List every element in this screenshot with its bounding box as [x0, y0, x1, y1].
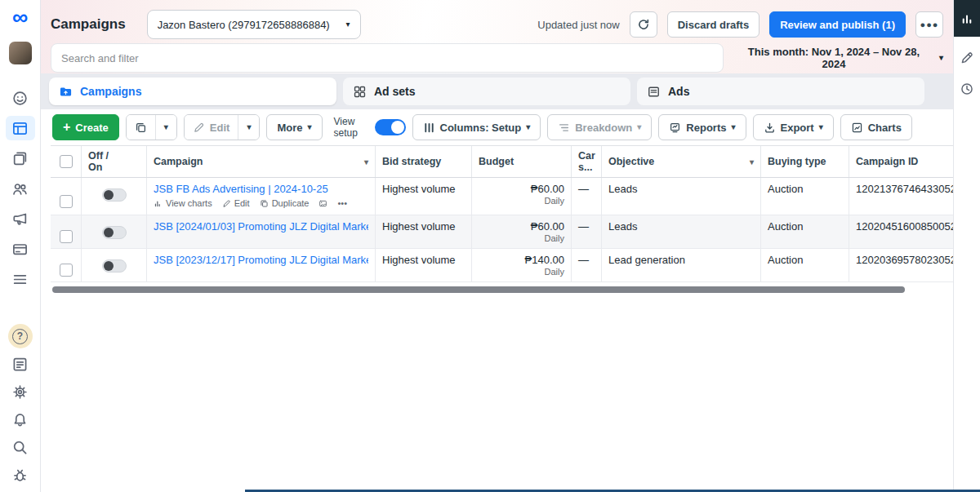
edit-button[interactable]: Edit — [185, 115, 238, 140]
meta-logo-icon[interactable]: ∞ — [12, 7, 28, 29]
audiences-icon[interactable] — [6, 176, 35, 201]
edit-label: Edit — [210, 122, 230, 134]
table-row: JSB [2023/12/17] Promoting JLZ Digital M… — [51, 249, 953, 282]
bug-report-icon[interactable] — [6, 463, 35, 487]
budget-cell: ₱60.00 Daily — [472, 215, 572, 248]
campaign-name-link[interactable]: JSB [2023/12/17] Promoting JLZ Digital M… — [154, 254, 368, 266]
campaigns-nav-icon[interactable] — [6, 116, 35, 140]
left-nav: ∞ ? — [0, 0, 41, 492]
reports-icon — [669, 122, 681, 134]
charts-button[interactable]: Charts — [840, 114, 912, 140]
objective-cell: Lead generation — [602, 249, 761, 281]
row-checkbox[interactable] — [60, 195, 73, 208]
help-icon[interactable]: ? — [6, 324, 35, 348]
discard-drafts-button[interactable]: Discard drafts — [667, 11, 760, 38]
tab-label: Ads — [668, 85, 689, 98]
columns-button[interactable]: Columns: Setup ▾ — [412, 114, 541, 140]
account-selector[interactable]: Jazon Bastero (2979172658886884) ▾ — [147, 10, 361, 39]
chevron-down-icon: ▾ — [750, 157, 754, 166]
col-header-objective[interactable]: Objective▾ — [602, 146, 761, 177]
profile-avatar[interactable] — [9, 42, 32, 64]
buying-type-cell: Auction — [761, 215, 849, 248]
insights-panel-icon[interactable] — [954, 0, 980, 37]
account-overview-icon[interactable] — [6, 86, 35, 110]
copy-icon — [260, 199, 269, 208]
create-button[interactable]: + Create — [52, 114, 119, 140]
date-range-selector[interactable]: This month: Nov 1, 2024 – Nov 28, 2024 ▾ — [735, 46, 943, 70]
more-button[interactable]: More ▾ — [266, 114, 322, 140]
bid-strategy-cell: Highest volume — [376, 249, 472, 281]
breakdown-button[interactable]: Breakdown ▾ — [547, 114, 652, 140]
budget-cell: ₱60.00 Daily — [472, 178, 572, 215]
advertise-icon[interactable] — [6, 206, 35, 231]
tab-ad-sets[interactable]: Ad sets — [343, 78, 630, 105]
budget-cell: ₱140.00 Daily — [472, 249, 572, 281]
page-title: Campaigns — [51, 16, 126, 33]
columns-label: Columns: Setup — [440, 122, 522, 134]
updated-status: Updated just now — [537, 19, 619, 31]
search-nav-icon[interactable] — [6, 435, 35, 459]
row-more-actions[interactable]: ••• — [337, 198, 347, 208]
notifications-icon[interactable] — [6, 407, 35, 432]
tab-label: Ad sets — [374, 85, 416, 98]
more-label: More — [277, 122, 302, 134]
tab-ads[interactable]: Ads — [637, 78, 924, 105]
all-tools-icon[interactable] — [6, 267, 35, 291]
duplicate-dropdown[interactable]: ▾ — [155, 115, 176, 140]
settings-icon[interactable] — [6, 379, 35, 404]
billing-icon[interactable] — [6, 237, 35, 261]
col-header-off-on: Off / On — [82, 146, 147, 177]
reports-label: Reports — [686, 122, 726, 134]
export-button[interactable]: Export ▾ — [753, 114, 834, 140]
folder-icon — [59, 85, 73, 99]
campaign-name-link[interactable]: JSB FB Ads Advertising | 2024-10-25 — [154, 183, 368, 195]
mini-chart-icon — [154, 199, 163, 208]
plus-icon: + — [63, 121, 70, 134]
pages-icon[interactable] — [6, 146, 35, 171]
pencil-icon — [193, 122, 205, 134]
campaign-toggle[interactable] — [102, 226, 127, 239]
edit-action[interactable]: Edit — [222, 198, 250, 208]
objective-cell: Leads — [602, 215, 761, 248]
duplicate-action[interactable]: Duplicate — [260, 198, 310, 208]
campaign-id-cell: 12020451600850052... — [849, 215, 953, 248]
scrollbar-thumb[interactable] — [52, 286, 905, 293]
chevron-down-icon: ▾ — [346, 20, 350, 29]
actions-toolbar: + Create ▾ Edit ▾ More ▾ View setup — [41, 109, 953, 145]
row-checkbox[interactable] — [60, 230, 73, 243]
more-options-button[interactable]: ●●● — [915, 11, 943, 38]
download-icon — [764, 122, 776, 134]
horizontal-scrollbar — [52, 286, 953, 293]
charts-label: Charts — [868, 122, 902, 134]
chevron-down-icon: ▾ — [731, 123, 735, 131]
select-all-checkbox[interactable] — [60, 155, 73, 168]
reporting-icon[interactable] — [6, 352, 35, 376]
row-checkbox[interactable] — [60, 264, 73, 277]
edit-panel-icon[interactable] — [957, 48, 977, 68]
campaign-name-link[interactable]: JSB [2024/01/03] Promoting JLZ Digital M… — [154, 220, 368, 233]
history-icon[interactable] — [957, 79, 977, 99]
preview-image-icon[interactable] — [318, 199, 327, 208]
duplicate-button[interactable] — [127, 115, 155, 140]
bid-strategy-cell: Highest volume — [376, 178, 472, 215]
campaign-toggle[interactable] — [102, 188, 127, 202]
page-icon — [647, 85, 661, 99]
search-input[interactable] — [51, 43, 724, 73]
col-header-campaign[interactable]: Campaign▾ — [147, 146, 376, 177]
view-charts-action[interactable]: View charts — [154, 198, 212, 208]
refresh-button[interactable] — [630, 11, 657, 38]
chevron-down-icon: ▾ — [164, 123, 168, 131]
duplicate-split-button: ▾ — [126, 114, 177, 140]
col-header-budget: Budget — [472, 146, 572, 177]
view-setup-toggle[interactable] — [375, 119, 406, 135]
campaign-toggle[interactable] — [102, 259, 127, 273]
review-publish-button[interactable]: Review and publish (1) — [769, 11, 906, 38]
buying-type-cell: Auction — [761, 249, 849, 281]
chevron-down-icon: ▾ — [939, 54, 943, 62]
reports-button[interactable]: Reports ▾ — [658, 114, 746, 140]
level-tabs: Campaigns Ad sets Ads — [41, 73, 953, 109]
chevron-down-icon: ▾ — [247, 123, 251, 131]
breakdown-icon — [558, 122, 570, 134]
tab-campaigns[interactable]: Campaigns — [49, 78, 336, 105]
edit-dropdown[interactable]: ▾ — [238, 115, 259, 140]
